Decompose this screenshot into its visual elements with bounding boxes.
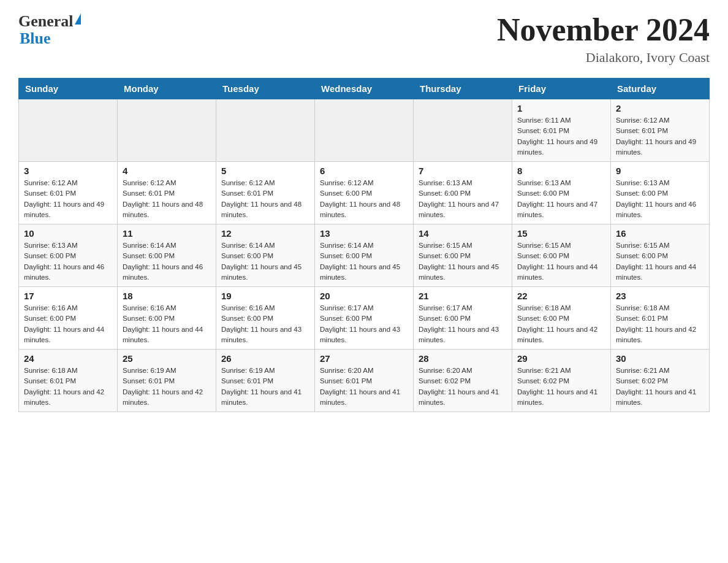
calendar-cell: 2Sunrise: 6:12 AM Sunset: 6:01 PM Daylig… [611, 99, 710, 162]
day-number: 10 [24, 228, 112, 239]
col-monday: Monday [118, 79, 216, 99]
calendar-cell: 25Sunrise: 6:19 AM Sunset: 6:01 PM Dayli… [118, 350, 216, 412]
day-info: Sunrise: 6:16 AM Sunset: 6:00 PM Dayligh… [123, 303, 211, 345]
day-number: 14 [419, 228, 507, 239]
day-number: 29 [517, 353, 605, 364]
calendar-cell [19, 99, 118, 162]
calendar-cell: 30Sunrise: 6:21 AM Sunset: 6:02 PM Dayli… [611, 350, 710, 412]
day-info: Sunrise: 6:20 AM Sunset: 6:01 PM Dayligh… [320, 366, 408, 408]
page-header: General Blue November 2024 Dialakoro, Iv… [18, 12, 710, 66]
calendar-cell: 7Sunrise: 6:13 AM Sunset: 6:00 PM Daylig… [414, 162, 512, 224]
day-info: Sunrise: 6:12 AM Sunset: 6:01 PM Dayligh… [616, 115, 704, 158]
calendar-cell: 21Sunrise: 6:17 AM Sunset: 6:00 PM Dayli… [414, 287, 512, 350]
calendar-cell: 17Sunrise: 6:16 AM Sunset: 6:00 PM Dayli… [19, 287, 118, 350]
day-info: Sunrise: 6:13 AM Sunset: 6:00 PM Dayligh… [517, 178, 605, 220]
col-tuesday: Tuesday [216, 79, 315, 99]
day-info: Sunrise: 6:16 AM Sunset: 6:00 PM Dayligh… [221, 303, 309, 345]
calendar-table: Sunday Monday Tuesday Wednesday Thursday… [18, 78, 710, 412]
day-info: Sunrise: 6:12 AM Sunset: 6:01 PM Dayligh… [221, 178, 309, 220]
calendar-cell: 1Sunrise: 6:11 AM Sunset: 6:01 PM Daylig… [512, 99, 611, 162]
calendar-cell: 4Sunrise: 6:12 AM Sunset: 6:01 PM Daylig… [118, 162, 216, 224]
calendar-cell [315, 99, 414, 162]
col-saturday: Saturday [611, 79, 710, 99]
day-info: Sunrise: 6:21 AM Sunset: 6:02 PM Dayligh… [517, 366, 605, 408]
day-number: 16 [616, 228, 704, 239]
calendar-row: 17Sunrise: 6:16 AM Sunset: 6:00 PM Dayli… [19, 287, 710, 350]
day-info: Sunrise: 6:19 AM Sunset: 6:01 PM Dayligh… [221, 366, 309, 408]
col-sunday: Sunday [19, 79, 118, 99]
day-number: 22 [517, 291, 605, 301]
calendar-cell: 23Sunrise: 6:18 AM Sunset: 6:01 PM Dayli… [611, 287, 710, 350]
col-wednesday: Wednesday [315, 79, 414, 99]
calendar-cell [118, 99, 216, 162]
logo-blue-text: Blue [20, 31, 51, 47]
day-number: 2 [616, 103, 704, 113]
day-number: 26 [221, 353, 309, 364]
col-thursday: Thursday [414, 79, 512, 99]
calendar-row: 24Sunrise: 6:18 AM Sunset: 6:01 PM Dayli… [19, 350, 710, 412]
calendar-title: November 2024 [497, 12, 710, 47]
day-number: 1 [517, 103, 605, 113]
calendar-cell: 11Sunrise: 6:14 AM Sunset: 6:00 PM Dayli… [118, 224, 216, 287]
day-number: 8 [517, 166, 605, 176]
day-number: 21 [419, 291, 507, 301]
day-number: 24 [24, 353, 112, 364]
day-number: 23 [616, 291, 704, 301]
day-info: Sunrise: 6:14 AM Sunset: 6:00 PM Dayligh… [320, 240, 408, 283]
day-info: Sunrise: 6:11 AM Sunset: 6:01 PM Dayligh… [517, 115, 605, 158]
calendar-cell: 24Sunrise: 6:18 AM Sunset: 6:01 PM Dayli… [19, 350, 118, 412]
title-area: November 2024 Dialakoro, Ivory Coast [497, 12, 710, 66]
day-number: 11 [123, 228, 211, 239]
calendar-cell: 27Sunrise: 6:20 AM Sunset: 6:01 PM Dayli… [315, 350, 414, 412]
day-info: Sunrise: 6:18 AM Sunset: 6:01 PM Dayligh… [616, 303, 704, 345]
day-number: 25 [123, 353, 211, 364]
day-number: 27 [320, 353, 408, 364]
day-info: Sunrise: 6:15 AM Sunset: 6:00 PM Dayligh… [616, 240, 704, 283]
calendar-cell [414, 99, 512, 162]
day-number: 13 [320, 228, 408, 239]
day-number: 28 [419, 353, 507, 364]
calendar-cell: 6Sunrise: 6:12 AM Sunset: 6:00 PM Daylig… [315, 162, 414, 224]
logo-triangle-icon [75, 13, 81, 25]
calendar-cell: 28Sunrise: 6:20 AM Sunset: 6:02 PM Dayli… [414, 350, 512, 412]
day-number: 18 [123, 291, 211, 301]
day-info: Sunrise: 6:14 AM Sunset: 6:00 PM Dayligh… [221, 240, 309, 283]
calendar-cell: 13Sunrise: 6:14 AM Sunset: 6:00 PM Dayli… [315, 224, 414, 287]
logo-general-text: General [18, 12, 74, 31]
day-info: Sunrise: 6:17 AM Sunset: 6:00 PM Dayligh… [419, 303, 507, 345]
day-number: 4 [123, 166, 211, 176]
day-info: Sunrise: 6:14 AM Sunset: 6:00 PM Dayligh… [123, 240, 211, 283]
day-info: Sunrise: 6:15 AM Sunset: 6:00 PM Dayligh… [419, 240, 507, 283]
header-row: Sunday Monday Tuesday Wednesday Thursday… [19, 79, 710, 99]
logo: General Blue [18, 12, 81, 47]
calendar-cell: 12Sunrise: 6:14 AM Sunset: 6:00 PM Dayli… [216, 224, 315, 287]
day-info: Sunrise: 6:16 AM Sunset: 6:00 PM Dayligh… [24, 303, 112, 345]
calendar-cell: 26Sunrise: 6:19 AM Sunset: 6:01 PM Dayli… [216, 350, 315, 412]
day-info: Sunrise: 6:13 AM Sunset: 6:00 PM Dayligh… [616, 178, 704, 220]
day-info: Sunrise: 6:18 AM Sunset: 6:00 PM Dayligh… [517, 303, 605, 345]
calendar-cell: 15Sunrise: 6:15 AM Sunset: 6:00 PM Dayli… [512, 224, 611, 287]
calendar-row: 1Sunrise: 6:11 AM Sunset: 6:01 PM Daylig… [19, 99, 710, 162]
day-info: Sunrise: 6:17 AM Sunset: 6:00 PM Dayligh… [320, 303, 408, 345]
calendar-cell [216, 99, 315, 162]
day-info: Sunrise: 6:15 AM Sunset: 6:00 PM Dayligh… [517, 240, 605, 283]
day-info: Sunrise: 6:12 AM Sunset: 6:01 PM Dayligh… [24, 178, 112, 220]
day-info: Sunrise: 6:21 AM Sunset: 6:02 PM Dayligh… [616, 366, 704, 408]
calendar-cell: 5Sunrise: 6:12 AM Sunset: 6:01 PM Daylig… [216, 162, 315, 224]
calendar-cell: 22Sunrise: 6:18 AM Sunset: 6:00 PM Dayli… [512, 287, 611, 350]
calendar-row: 10Sunrise: 6:13 AM Sunset: 6:00 PM Dayli… [19, 224, 710, 287]
calendar-subtitle: Dialakoro, Ivory Coast [497, 50, 710, 66]
day-info: Sunrise: 6:20 AM Sunset: 6:02 PM Dayligh… [419, 366, 507, 408]
day-info: Sunrise: 6:13 AM Sunset: 6:00 PM Dayligh… [419, 178, 507, 220]
day-info: Sunrise: 6:18 AM Sunset: 6:01 PM Dayligh… [24, 366, 112, 408]
day-number: 9 [616, 166, 704, 176]
day-info: Sunrise: 6:13 AM Sunset: 6:00 PM Dayligh… [24, 240, 112, 283]
day-number: 6 [320, 166, 408, 176]
calendar-cell: 10Sunrise: 6:13 AM Sunset: 6:00 PM Dayli… [19, 224, 118, 287]
day-info: Sunrise: 6:12 AM Sunset: 6:00 PM Dayligh… [320, 178, 408, 220]
calendar-cell: 18Sunrise: 6:16 AM Sunset: 6:00 PM Dayli… [118, 287, 216, 350]
day-info: Sunrise: 6:12 AM Sunset: 6:01 PM Dayligh… [123, 178, 211, 220]
day-number: 17 [24, 291, 112, 301]
calendar-row: 3Sunrise: 6:12 AM Sunset: 6:01 PM Daylig… [19, 162, 710, 224]
day-number: 15 [517, 228, 605, 239]
